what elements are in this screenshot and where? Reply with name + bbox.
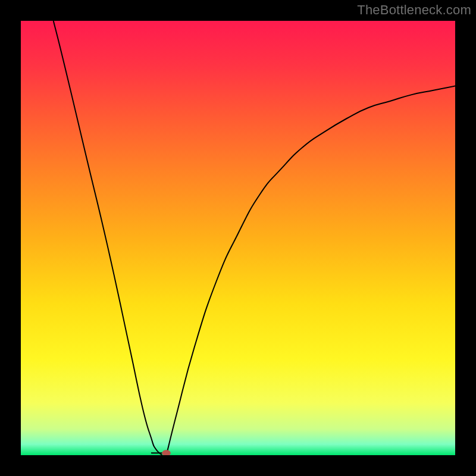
watermark-text: TheBottleneck.com — [357, 2, 471, 18]
chart-frame: TheBottleneck.com — [0, 0, 476, 476]
plot-svg — [21, 21, 455, 455]
gradient-background — [21, 21, 455, 455]
plot-area — [21, 21, 455, 455]
